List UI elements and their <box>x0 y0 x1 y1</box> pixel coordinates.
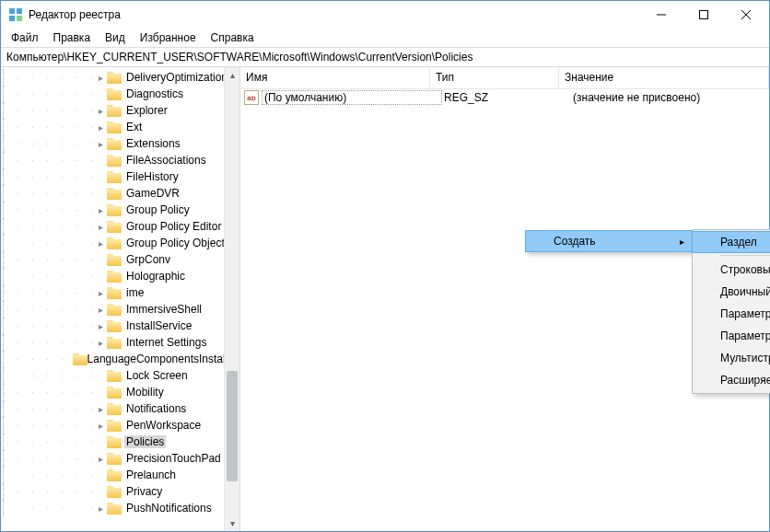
tree-item[interactable]: LanguageComponentsInstaller <box>3 351 239 367</box>
context-create[interactable]: Создать ▸ <box>525 230 693 252</box>
tree-label: LanguageComponentsInstaller <box>86 353 239 365</box>
tree-item[interactable]: Mobility <box>3 384 239 400</box>
tree-item[interactable]: Lock Screen <box>3 367 239 384</box>
tree-item[interactable]: FileAssociations <box>3 152 239 168</box>
tree-label: Prelaunch <box>124 468 178 481</box>
folder-icon <box>107 171 122 183</box>
submenu-arrow-icon: ▸ <box>680 237 684 247</box>
regedit-window: Редактор реестра Файл Правка Вид Избранн… <box>0 0 770 532</box>
tree-item[interactable]: ▸PenWorkspace <box>3 417 239 434</box>
menu-favorites[interactable]: Избранное <box>134 30 203 45</box>
submenu-qword[interactable]: Параметр QWORD (64 бита) <box>693 325 770 347</box>
expander-icon[interactable]: ▸ <box>95 503 106 514</box>
tree-item[interactable]: ▸PrecisionTouchPad <box>3 450 239 467</box>
expander-icon[interactable]: ▸ <box>95 403 106 414</box>
tree-item[interactable]: ▸Notifications <box>3 400 239 417</box>
tree-item[interactable]: ▸PushNotifications <box>3 500 239 516</box>
tree-item[interactable]: ▸Group Policy Objects <box>3 235 239 251</box>
tree-label: Ext <box>124 121 144 133</box>
submenu-expandstring[interactable]: Расширяемый строковый параметр <box>693 369 770 391</box>
menu-edit[interactable]: Правка <box>47 30 98 45</box>
svg-rect-3 <box>17 16 22 21</box>
menu-file[interactable]: Файл <box>5 30 45 45</box>
tree-item[interactable]: ▸Ext <box>3 119 239 135</box>
tree-item[interactable]: ▸Group Policy Editor <box>3 218 239 235</box>
folder-icon <box>107 387 122 399</box>
folder-icon <box>107 420 122 432</box>
maximize-button[interactable] <box>682 1 725 29</box>
submenu-key[interactable]: Раздел <box>692 231 770 253</box>
expander-icon[interactable]: ▸ <box>95 287 106 298</box>
expander-icon[interactable]: ▸ <box>95 320 106 331</box>
list-row[interactable]: ab (По умолчанию) REG_SZ (значение не пр… <box>240 89 769 106</box>
tree-item[interactable]: ▸ime <box>3 284 239 301</box>
tree-label: FileAssociations <box>124 154 208 167</box>
submenu-multistring[interactable]: Мультистроковый параметр <box>693 347 770 369</box>
column-name[interactable]: Имя <box>240 67 430 88</box>
folder-icon <box>107 486 122 498</box>
expander-icon[interactable]: ▸ <box>95 304 106 315</box>
expander-icon[interactable]: ▸ <box>95 337 106 348</box>
tree-item[interactable]: ▸InstallService <box>3 318 239 334</box>
tree[interactable]: ▸DeliveryOptimizationDiagnostics▸Explore… <box>1 67 239 518</box>
scroll-up-icon[interactable]: ▴ <box>225 67 239 83</box>
string-value-icon: ab <box>244 90 259 105</box>
expander-icon[interactable]: ▸ <box>95 453 106 464</box>
tree-label: Privacy <box>124 485 164 498</box>
tree-item[interactable]: Diagnostics <box>3 86 239 102</box>
scroll-thumb[interactable] <box>227 371 238 481</box>
tree-item[interactable]: ▸Internet Settings <box>3 334 239 351</box>
tree-label: Group Policy <box>124 203 192 216</box>
menu-separator <box>720 255 770 256</box>
context-menu: Создать ▸ <box>525 230 693 252</box>
expander-icon[interactable]: ▸ <box>95 121 106 133</box>
expander-icon[interactable]: ▸ <box>95 237 106 249</box>
tree-item[interactable]: ▸DeliveryOptimization <box>3 69 239 86</box>
tree-label: Policies <box>124 435 166 448</box>
menubar: Файл Правка Вид Избранное Справка <box>1 29 769 47</box>
expander-icon[interactable]: ▸ <box>95 105 106 116</box>
tree-label: Lock Screen <box>124 369 190 382</box>
expander-icon[interactable]: ▸ <box>95 138 106 149</box>
tree-label: DeliveryOptimization <box>124 71 229 84</box>
menu-help[interactable]: Справка <box>204 30 261 45</box>
tree-item[interactable]: Privacy <box>3 483 239 500</box>
column-value[interactable]: Значение <box>559 67 769 88</box>
folder-icon <box>107 121 122 133</box>
expander-icon[interactable]: ▸ <box>95 204 106 215</box>
submenu-binary[interactable]: Двоичный параметр <box>693 281 770 303</box>
tree-item[interactable]: FileHistory <box>3 168 239 185</box>
tree-item[interactable]: GameDVR <box>3 185 239 202</box>
expander-icon[interactable]: ▸ <box>95 221 106 232</box>
list-header: Имя Тип Значение <box>240 67 769 89</box>
close-button[interactable] <box>725 1 767 29</box>
svg-rect-1 <box>17 8 22 14</box>
tree-item[interactable]: ▸ImmersiveShell <box>3 301 239 318</box>
scroll-down-icon[interactable]: ▾ <box>225 515 239 531</box>
minimize-button[interactable] <box>640 1 682 29</box>
address-bar[interactable]: Компьютер\HKEY_CURRENT_USER\SOFTWARE\Mic… <box>1 47 769 67</box>
context-create-label: Создать <box>554 235 596 248</box>
tree-item[interactable]: ▸Explorer <box>3 102 239 119</box>
expander-icon[interactable]: ▸ <box>95 72 106 83</box>
tree-item[interactable]: GrpConv <box>3 251 239 268</box>
value-name: (По умолчанию) <box>262 90 442 105</box>
tree-item[interactable]: Prelaunch <box>3 467 239 483</box>
submenu-string[interactable]: Строковый параметр <box>693 259 770 281</box>
window-title: Редактор реестра <box>29 8 640 21</box>
address-text: Компьютер\HKEY_CURRENT_USER\SOFTWARE\Mic… <box>6 51 472 64</box>
folder-icon <box>107 254 122 266</box>
tree-scrollbar[interactable]: ▴ ▾ <box>224 67 239 531</box>
column-type[interactable]: Тип <box>430 67 559 88</box>
svg-rect-2 <box>9 16 15 21</box>
tree-item[interactable]: ▸Extensions <box>3 135 239 152</box>
tree-item[interactable]: Policies <box>3 434 239 450</box>
tree-item[interactable]: ▸Group Policy <box>3 202 239 218</box>
tree-item[interactable]: Holographic <box>3 268 239 284</box>
submenu-dword[interactable]: Параметр DWORD (32 бита) <box>693 303 770 325</box>
regedit-icon <box>8 7 23 22</box>
menu-view[interactable]: Вид <box>99 30 132 45</box>
tree-pane: ▸DeliveryOptimizationDiagnostics▸Explore… <box>1 67 240 531</box>
folder-icon <box>107 370 122 382</box>
expander-icon[interactable]: ▸ <box>95 420 106 431</box>
